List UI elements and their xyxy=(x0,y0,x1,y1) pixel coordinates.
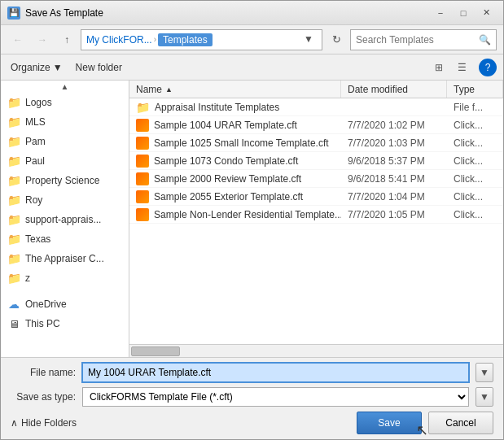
back-button[interactable]: ← xyxy=(7,29,28,50)
sidebar-item-roy[interactable]: 📁 Roy xyxy=(1,190,129,210)
action-bar: Organize ▼ New folder ⊞ ☰ ? xyxy=(1,54,503,81)
minimize-button[interactable]: − xyxy=(430,5,451,21)
savetype-label: Save as type: xyxy=(11,391,76,403)
search-input[interactable] xyxy=(356,34,476,46)
hide-folders-arrow: ∧ xyxy=(11,417,18,429)
sidebar: ▲ 📁 Logos 📁 MLS 📁 Pam 📁 Paul 📁 Property … xyxy=(1,81,129,357)
file-name-cell: Sample 1004 URAR Template.cft xyxy=(129,116,341,133)
cft-file-icon xyxy=(136,172,149,185)
breadcrumb-root[interactable]: My ClickFOR... xyxy=(86,34,152,46)
file-date-cell: 9/6/2018 5:41 PM xyxy=(341,170,447,187)
sidebar-scroll-up[interactable]: ▲ xyxy=(1,81,129,93)
filename-row: File name: ▼ xyxy=(11,363,493,382)
file-item-appraisal-institute[interactable]: 📁 Appraisal Institute Templates File f..… xyxy=(129,98,503,116)
folder-icon: 📁 xyxy=(7,96,20,109)
sort-arrow-icon: ▲ xyxy=(165,85,173,94)
cancel-button[interactable]: Cancel xyxy=(428,412,493,434)
file-type-cell: Click... xyxy=(447,206,503,223)
folder-icon: 📁 xyxy=(7,213,20,226)
filename-label: File name: xyxy=(11,367,76,378)
file-name-cell: Sample 1073 Condo Template.cft xyxy=(129,152,341,169)
cft-file-icon xyxy=(136,119,149,132)
file-type-cell: File f... xyxy=(447,98,503,115)
folder-icon: 📁 xyxy=(7,174,20,187)
close-button[interactable]: ✕ xyxy=(476,5,497,21)
file-date-cell: 7/7/2020 1:04 PM xyxy=(341,188,447,205)
file-date-cell xyxy=(341,98,447,115)
hscroll-thumb[interactable] xyxy=(131,346,180,356)
sidebar-item-this-pc[interactable]: 🖥 This PC xyxy=(1,314,129,333)
folder-icon: 📁 xyxy=(7,233,20,246)
new-folder-button[interactable]: New folder xyxy=(72,60,125,75)
file-date-cell: 7/7/2020 1:05 PM xyxy=(341,206,447,223)
savetype-dropdown-button[interactable]: ▼ xyxy=(476,387,493,407)
view-grid-button[interactable]: ⊞ xyxy=(428,57,449,78)
file-type-cell: Click... xyxy=(447,116,503,133)
window-icon: 💾 xyxy=(7,7,20,20)
sidebar-item-z[interactable]: 📁 z xyxy=(1,268,129,288)
save-button-wrapper: Save ↖ xyxy=(357,412,422,434)
cft-file-icon xyxy=(136,155,149,168)
file-list-header: Name ▲ Date modified Type xyxy=(129,81,503,98)
breadcrumb-separator: › xyxy=(154,35,156,44)
file-name-cell: Sample 1025 Small Income Template.cft xyxy=(129,134,341,151)
navigation-bar: ← → ↑ My ClickFOR... › Templates ▼ ↻ 🔍 xyxy=(1,25,503,54)
filename-dropdown-button[interactable]: ▼ xyxy=(476,363,493,382)
column-header-date[interactable]: Date modified xyxy=(341,81,447,98)
forward-button[interactable]: → xyxy=(32,29,53,50)
save-button[interactable]: Save xyxy=(357,412,422,434)
file-date-cell: 9/6/2018 5:37 PM xyxy=(341,152,447,169)
breadcrumb-current[interactable]: Templates xyxy=(158,33,213,46)
sidebar-item-paul[interactable]: 📁 Paul xyxy=(1,151,129,171)
sidebar-item-support[interactable]: 📁 support-apprais... xyxy=(1,210,129,229)
sidebar-item-mls[interactable]: 📁 MLS xyxy=(1,112,129,132)
file-item-1025-small-income[interactable]: Sample 1025 Small Income Template.cft 7/… xyxy=(129,134,503,152)
sidebar-item-property-science[interactable]: 📁 Property Science xyxy=(1,171,129,190)
view-controls: ⊞ ☰ xyxy=(428,57,472,78)
filename-input[interactable] xyxy=(82,363,469,382)
hide-folders-button[interactable]: ∧ Hide Folders xyxy=(11,417,77,429)
organize-button[interactable]: Organize ▼ xyxy=(7,60,66,75)
breadcrumb-dropdown-icon[interactable]: ▼ xyxy=(304,33,317,46)
savetype-select[interactable]: ClickFORMS Template File (*.cft) xyxy=(82,387,469,407)
file-item-1004-urar[interactable]: Sample 1004 URAR Template.cft 7/7/2020 1… xyxy=(129,116,503,134)
file-list: 📁 Appraisal Institute Templates File f..… xyxy=(129,98,503,344)
file-date-cell: 7/7/2020 1:03 PM xyxy=(341,134,447,151)
horizontal-scrollbar[interactable] xyxy=(129,344,503,357)
file-type-cell: Click... xyxy=(447,170,503,187)
file-type-cell: Click... xyxy=(447,152,503,169)
sidebar-item-onedrive[interactable]: ☁ OneDrive xyxy=(1,294,129,314)
sidebar-item-the-appraiser[interactable]: 📁 The Appraiser C... xyxy=(1,249,129,268)
file-area: Name ▲ Date modified Type 📁 Appraisal In… xyxy=(129,81,503,357)
folder-icon: 📁 xyxy=(7,272,20,285)
search-icon[interactable]: 🔍 xyxy=(479,34,491,46)
savetype-row: Save as type: ClickFORMS Template File (… xyxy=(11,387,493,407)
file-item-1073-condo[interactable]: Sample 1073 Condo Template.cft 9/6/2018 … xyxy=(129,152,503,170)
refresh-button[interactable]: ↻ xyxy=(326,29,347,50)
cft-file-icon xyxy=(136,208,149,221)
save-as-dialog: 💾 Save As Template − □ ✕ ← → ↑ My ClickF… xyxy=(0,0,504,440)
sidebar-item-logos[interactable]: 📁 Logos xyxy=(1,93,129,112)
file-name-cell: Sample 2000 Review Template.cft xyxy=(129,170,341,187)
file-name-cell: Sample Non-Lender Residential Template..… xyxy=(129,206,341,223)
folder-icon: 📁 xyxy=(7,252,20,265)
view-list-button[interactable]: ☰ xyxy=(451,57,472,78)
file-date-cell: 7/7/2020 1:02 PM xyxy=(341,116,447,133)
file-item-2055-exterior[interactable]: Sample 2055 Exterior Template.cft 7/7/20… xyxy=(129,188,503,206)
file-item-non-lender[interactable]: Sample Non-Lender Residential Template..… xyxy=(129,206,503,224)
pc-icon: 🖥 xyxy=(7,317,20,330)
savetype-select-wrapper: ClickFORMS Template File (*.cft) xyxy=(82,387,469,407)
column-header-name[interactable]: Name ▲ xyxy=(129,81,341,98)
bottom-section: File name: ▼ Save as type: ClickFORMS Te… xyxy=(1,357,503,439)
file-name-cell: 📁 Appraisal Institute Templates xyxy=(129,98,341,115)
help-button[interactable]: ? xyxy=(479,59,497,76)
sidebar-item-texas[interactable]: 📁 Texas xyxy=(1,229,129,249)
column-header-type[interactable]: Type xyxy=(447,81,503,98)
maximize-button[interactable]: □ xyxy=(453,5,474,21)
window-controls: − □ ✕ xyxy=(430,5,497,21)
file-name-cell: Sample 2055 Exterior Template.cft xyxy=(129,188,341,205)
up-button[interactable]: ↑ xyxy=(56,29,77,50)
dialog-buttons: Save ↖ Cancel xyxy=(357,412,493,434)
file-item-2000-review[interactable]: Sample 2000 Review Template.cft 9/6/2018… xyxy=(129,170,503,188)
sidebar-item-pam[interactable]: 📁 Pam xyxy=(1,132,129,151)
